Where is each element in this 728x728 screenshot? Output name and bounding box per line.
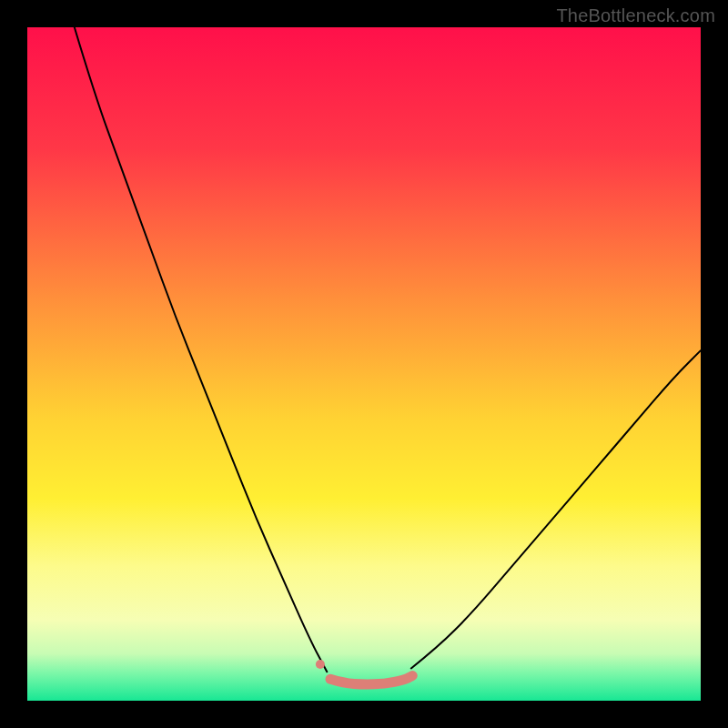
chart-frame: TheBottleneck.com — [0, 0, 728, 728]
chart-svg — [27, 27, 701, 701]
gradient-rect — [27, 27, 701, 701]
watermark-text: TheBottleneck.com — [556, 5, 715, 26]
marker-layer — [316, 660, 325, 669]
plot-area — [27, 27, 701, 701]
marker-trough-dot — [316, 660, 325, 669]
